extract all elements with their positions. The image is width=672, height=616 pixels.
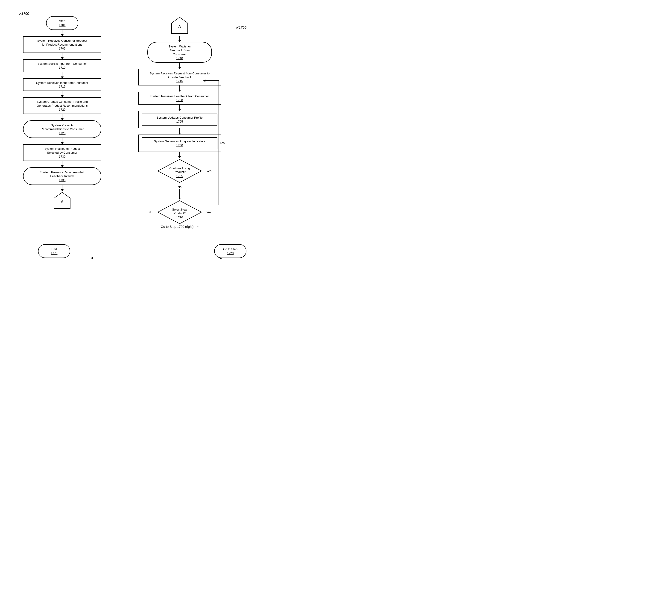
node-1720: System Creates Consumer Profile andGener… <box>14 97 111 114</box>
node-1701: Start 1701 <box>14 16 111 30</box>
node-1755: System Updates Consumer Profile 1755 <box>124 111 235 128</box>
yes-label-1765: Yes <box>207 169 211 173</box>
svg-text:Product?: Product? <box>174 211 186 215</box>
node-1715: System Receives Input from Consumer 1715 <box>14 78 111 91</box>
no-label-1770: No <box>149 210 152 214</box>
svg-marker-20 <box>91 257 93 259</box>
svg-text:1765: 1765 <box>176 174 183 178</box>
svg-text:Product?: Product? <box>174 170 186 174</box>
node-1710: System Solicits Input from Consumer 1710 <box>14 59 111 72</box>
node-A-in: A <box>124 16 235 36</box>
svg-text:A: A <box>61 199 64 204</box>
svg-text:1770: 1770 <box>176 216 183 219</box>
node-1750: System Receives Feedback from Consumer 1… <box>124 92 235 105</box>
svg-text:Continue Using: Continue Using <box>169 166 190 170</box>
node-1765: Continue Using Product? 1765 Yes No <box>124 158 235 184</box>
node-1760: System Generates Progress Indicators 176… <box>124 134 235 152</box>
no-label-1765: No <box>178 185 182 189</box>
yes-label-1770: Yes <box>207 210 211 214</box>
svg-text:Select New: Select New <box>172 208 187 211</box>
node-1770: Select New Product? 1770 Yes No <box>124 199 235 225</box>
node-1740: System Waits forFeedback fromConsumer 17… <box>124 42 235 63</box>
node-goto-1720: Go to Step 1720 <box>214 244 246 258</box>
svg-text:A: A <box>178 24 181 29</box>
node-1730: System Notified of ProductSelected by Co… <box>14 144 111 161</box>
node-1745: System Receives Request from Consumer to… <box>124 69 235 86</box>
node-A-out: A <box>14 191 111 211</box>
node-1725: System PresentsRecommendations to Consum… <box>14 120 111 138</box>
node-1735: System Presents RecommendedFeedback Inte… <box>14 167 111 185</box>
node-1775: End 1775 <box>38 244 70 258</box>
node-1705: System Receives Consumer Requestfor Prod… <box>14 36 111 53</box>
